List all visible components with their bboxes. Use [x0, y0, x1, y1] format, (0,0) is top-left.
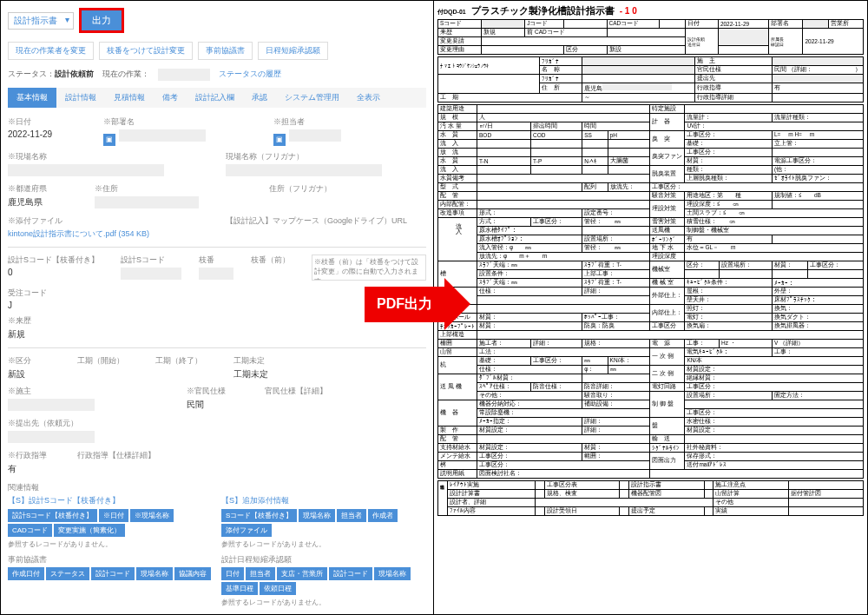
output-button[interactable]: 出力: [79, 8, 124, 33]
period-end-label: 工期（終了）: [155, 355, 216, 367]
pdf-title-text: プラスチック製浄化槽設計指示書: [471, 4, 615, 17]
tag: 協議内容: [174, 567, 211, 580]
related-right-title: 【S】追加添付情報: [221, 495, 426, 506]
pref-value: 鹿児島県: [8, 196, 77, 208]
tab-approval[interactable]: 承認: [243, 88, 276, 108]
no-records-2: 参照するレコードがありません。: [221, 598, 426, 607]
spec-label: ※官民仕様: [187, 386, 247, 397]
date-value: 2022-11-29: [8, 129, 86, 139]
tab-all[interactable]: 全表示: [348, 88, 389, 108]
tag: 現場名称: [299, 509, 335, 522]
site-name-label: ※現場名称: [8, 151, 208, 162]
status-history-link[interactable]: ステータスの履歴: [219, 69, 281, 81]
period-start-label: 工期（開始）: [77, 355, 138, 367]
site-kana-label: 現場名称（フリガナ）: [226, 151, 426, 162]
admin-label: ※行政指導: [8, 450, 60, 461]
tab-system[interactable]: システム管理用: [276, 88, 348, 108]
site-name-value: [8, 164, 164, 176]
tag: ※日付: [99, 509, 128, 522]
pdf-footer-table: 提出書類ﾚｲｱｳﾄ実施工事区分表設計指示書施工注意点 設計計算書規格、検査機器配…: [437, 480, 864, 516]
assignee-value: [289, 129, 341, 142]
pdf-output-arrow: PDF出力: [365, 278, 470, 330]
builder-value: [8, 399, 95, 411]
section2-right-tags: 日付 担当者 支店・営業所 設計コード 現場名称 基準日程 依頼日程: [221, 567, 426, 595]
map-label: 【設計記入】マップケース（Googleドライブ）URL: [226, 215, 426, 227]
tag: 設計Sコード【枝番付き】: [8, 509, 97, 522]
arrow-label: PDF出力: [365, 287, 444, 322]
period-undecided-label: 工期未定: [233, 355, 426, 367]
scode-branch-label: 設計Sコード【枝番付き】: [8, 255, 103, 266]
tag: 作成者: [368, 509, 398, 522]
submit-label: ※提出先（依頼元）: [8, 418, 426, 429]
branch-prev-label: 枝番（前）: [251, 255, 294, 266]
spec-value: 民間: [187, 399, 247, 411]
pdf-header-table: Sコード Jコード CADコード 日付2022-11-29 部署名営業所 来歴新…: [437, 19, 864, 55]
related-title: 関連情報: [8, 482, 426, 493]
schedule-approval-button[interactable]: 日程短縮承認願: [258, 42, 328, 60]
tag: 現場名称: [136, 567, 173, 580]
status-label: ステータス：設計依頼前: [8, 69, 94, 81]
scode-value: [121, 268, 181, 280]
pref-label: ※都道府県: [8, 183, 77, 195]
related-left-title: 【S】設計Sコード【枝番付き】: [8, 495, 213, 506]
tag: 作成日付: [8, 567, 44, 580]
tab-bar: 基本情報 設計情報 見積情報 備考 設計記入欄 承認 システム管理用 全表示: [8, 88, 426, 108]
tab-design[interactable]: 設計情報: [56, 88, 105, 108]
tag: 添付ファイル: [221, 524, 272, 537]
arrow-head-icon: [444, 278, 470, 330]
change-worker-button[interactable]: 現在の作業者を変更: [8, 42, 94, 60]
tag: 支店・営業所: [277, 567, 327, 580]
submit-value: [8, 431, 95, 443]
tag: CADコード: [8, 524, 52, 537]
history-label: ※来歴: [8, 315, 426, 327]
worker-label: 現在の作業：: [102, 69, 149, 81]
tab-basic[interactable]: 基本情報: [8, 88, 56, 108]
pdf-revision: - 1 0: [620, 6, 637, 16]
attach-file-link[interactable]: kintone設計指示書について.pdf (354 KB): [8, 228, 208, 240]
branch-change-button[interactable]: 枝番をつけて設計変更: [99, 42, 193, 60]
assignee-label: ※担当者: [273, 116, 426, 128]
pdf-name-table: ﾅ ﾏ ｴ ﾄ ｺｳｼﾞｹﾝｼｭｳ ﾉｳｷ ﾌﾘｶﾞﾅ 施 主 名 称 官民仕様…: [437, 56, 864, 102]
section2-left-title: 事前協議書: [8, 554, 213, 565]
no-records-left: 参照するレコードがありません。: [8, 539, 213, 549]
tag: 依頼日程: [260, 582, 296, 595]
org-icon: ▣: [103, 134, 115, 146]
pdf-form-id: 付DQD-01: [437, 8, 466, 17]
branch-value: [199, 268, 233, 280]
tag: 設計コード: [329, 567, 372, 580]
branch-label: 枝番: [199, 255, 233, 266]
period-undecided-value: 工期未定: [233, 368, 426, 380]
category-label: ※区分: [8, 355, 60, 367]
builder-label: ※施主: [8, 386, 169, 397]
related-right-tags: Sコード【枝番付き】 現場名称 担当者 作成者 添付ファイル: [221, 509, 426, 537]
tab-remarks[interactable]: 備考: [154, 88, 187, 108]
related-left-tags: 設計Sコード【枝番付き】 ※日付 ※現場名称 CADコード 変更実施（簡素化）: [8, 509, 213, 537]
tag: Sコード【枝番付き】: [221, 509, 297, 522]
section2-right-title: 設計日程短縮承認願: [221, 554, 426, 565]
tag: 基準日程: [221, 582, 258, 595]
tag: 担当者: [337, 509, 366, 522]
site-kana-value: [226, 164, 382, 176]
tag: 変更実施（簡素化）: [54, 524, 125, 537]
tag: ※現場名称: [130, 509, 174, 522]
spec-detail-label: 官民仕様【詳細】: [265, 386, 426, 397]
attach-label: ※添付ファイル: [8, 215, 208, 227]
scode-label: 設計Sコード: [121, 255, 181, 266]
dept-label: ※部署名: [103, 116, 256, 128]
user-icon: ▣: [273, 134, 286, 146]
tag: 現場名称: [374, 567, 411, 580]
tag: 担当者: [246, 567, 275, 580]
admin-value: 有: [8, 463, 60, 475]
pdf-body-table: 建築用途特定施設 規 模人計 器流量計：流量計種類： 汚 水 量㎥/日排出時間時…: [437, 104, 864, 479]
worker-value: [158, 69, 210, 81]
section2-left-tags: 作成日付 ステータス 設計コード 現場名称 協議内容: [8, 567, 213, 580]
tab-design-entry[interactable]: 設計記入欄: [187, 88, 243, 108]
pre-consultation-button[interactable]: 事前協議書: [198, 42, 253, 60]
category-value: 新設: [8, 368, 60, 380]
admin-detail-label: 行政指導【仕様詳細】: [77, 450, 426, 461]
no-records-right: 参照するレコードがありません。: [221, 539, 426, 549]
output-type-dropdown[interactable]: 設計指示書: [8, 12, 74, 30]
tab-estimate[interactable]: 見積情報: [105, 88, 154, 108]
history-value: 新規: [8, 328, 426, 341]
tag: ステータス: [46, 567, 89, 580]
